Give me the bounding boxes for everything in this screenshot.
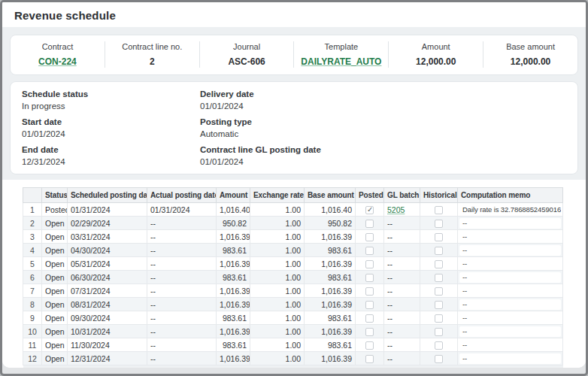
- status-cell: Open: [42, 271, 68, 284]
- contract-line-no-value: 2: [108, 56, 196, 67]
- historical-cell: [420, 230, 458, 244]
- posted-checkbox[interactable]: [365, 287, 374, 296]
- posted-checkbox[interactable]: [365, 233, 374, 241]
- historical-checkbox[interactable]: [435, 287, 443, 296]
- base-amount-cell: 1,016.39: [305, 257, 356, 271]
- computation-memo-field[interactable]: --: [459, 326, 561, 337]
- table-row: 9Open09/30/2024--983.611.00983.61----: [23, 311, 563, 325]
- base-amount-value: 12,000.00: [486, 56, 574, 67]
- contract-line-no-label: Contract line no.: [108, 42, 196, 52]
- amount-cell: 1,016.39: [217, 298, 250, 311]
- total-row-spacer: [23, 365, 42, 368]
- scheduled-posting-date-cell: 09/30/2024: [68, 311, 147, 325]
- posted-checkbox[interactable]: [365, 355, 374, 363]
- posted-checkbox[interactable]: [365, 274, 374, 282]
- historical-checkbox[interactable]: [435, 260, 443, 268]
- column-header: Exchange rate: [250, 188, 305, 203]
- summary-field-base-amount: Base amount 12,000.00: [483, 41, 577, 68]
- status-cell: Open: [42, 217, 68, 230]
- posted-checkbox[interactable]: [365, 206, 374, 214]
- amount-cell: 983.61: [217, 244, 250, 257]
- title-bar: Revenue schedule: [2, 2, 586, 27]
- column-header: Actual posting date: [147, 188, 217, 203]
- column-header: Historical: [420, 188, 458, 203]
- base-amount-cell: 983.61: [305, 338, 356, 352]
- actual-posting-date-cell: --: [147, 284, 217, 298]
- table-total-row: Total12,000.0012,000.00: [23, 365, 563, 368]
- posted-checkbox[interactable]: [365, 341, 374, 350]
- historical-checkbox[interactable]: [435, 247, 443, 255]
- exchange-rate-cell: 1.00: [250, 352, 305, 365]
- posted-checkbox[interactable]: [365, 314, 374, 323]
- column-header: Amount: [217, 188, 250, 203]
- gl-batch-cell: 5205: [384, 203, 420, 217]
- historical-checkbox[interactable]: [435, 341, 443, 350]
- historical-checkbox[interactable]: [435, 274, 443, 282]
- computation-memo-field[interactable]: Daily rate is 32.78688524590163.: [459, 205, 561, 215]
- posted-cell: [356, 203, 384, 217]
- computation-memo-field[interactable]: --: [459, 286, 561, 296]
- historical-cell: [420, 217, 458, 230]
- table-row: 1Posted01/31/202401/31/20241,016.401.001…: [23, 203, 563, 217]
- scheduled-posting-date-cell: 10/31/2024: [68, 325, 147, 338]
- historical-cell: [420, 257, 458, 271]
- historical-checkbox[interactable]: [435, 301, 443, 309]
- table-header-row: StatusScheduled posting dateActual posti…: [23, 188, 563, 203]
- status-cell: Open: [42, 325, 68, 338]
- posted-checkbox[interactable]: [365, 260, 374, 268]
- column-header: Status: [42, 188, 68, 203]
- table-row: 3Open03/31/2024--1,016.391.001,016.39---…: [23, 230, 563, 244]
- historical-checkbox[interactable]: [435, 220, 443, 228]
- gl-batch-cell: --: [384, 298, 420, 311]
- actual-posting-date-cell: --: [147, 298, 217, 311]
- computation-memo-field[interactable]: --: [459, 340, 561, 350]
- historical-checkbox[interactable]: [435, 206, 443, 214]
- gl-batch-link[interactable]: 5205: [387, 205, 405, 214]
- amount-value: 12,000.00: [392, 56, 480, 67]
- computation-memo-field[interactable]: --: [459, 218, 561, 229]
- template-link[interactable]: DAILYRATE_AUTO: [301, 56, 381, 67]
- posted-checkbox[interactable]: [365, 328, 374, 336]
- field-start-date: Start date 01/01/2024: [22, 117, 200, 139]
- computation-memo-cell: --: [458, 311, 563, 325]
- table-row: 8Open08/31/2024--1,016.391.001,016.39---…: [23, 298, 563, 311]
- posted-cell: [356, 338, 384, 352]
- amount-cell: 1,016.40: [217, 203, 250, 217]
- status-cell: Open: [42, 311, 68, 325]
- historical-checkbox[interactable]: [435, 314, 443, 323]
- posted-checkbox[interactable]: [365, 247, 374, 255]
- status-cell: Open: [42, 298, 68, 311]
- summary-field-contract-line-no: Contract line no. 2: [105, 41, 199, 68]
- computation-memo-cell: --: [458, 338, 563, 352]
- details-left-column: Schedule status In progress Start date 0…: [22, 89, 200, 172]
- contract-link[interactable]: CON-224: [38, 56, 77, 67]
- row-number: 1: [23, 203, 42, 217]
- posted-checkbox[interactable]: [365, 301, 374, 309]
- computation-memo-field[interactable]: --: [459, 232, 561, 242]
- actual-posting-date-cell: --: [147, 338, 217, 352]
- computation-memo-cell: --: [458, 271, 563, 284]
- computation-memo-cell: --: [458, 325, 563, 338]
- computation-memo-field[interactable]: --: [459, 299, 561, 310]
- row-number: 9: [23, 311, 42, 325]
- total-spacer: [458, 365, 563, 368]
- computation-memo-field[interactable]: --: [459, 245, 561, 256]
- amount-cell: 1,016.39: [217, 352, 250, 365]
- posted-cell: [356, 271, 384, 284]
- historical-checkbox[interactable]: [435, 355, 443, 363]
- historical-checkbox[interactable]: [435, 233, 443, 241]
- gl-batch-cell: --: [384, 217, 420, 230]
- contract-label: Contract: [14, 42, 102, 52]
- field-posting-type: Posting type Automatic: [200, 117, 566, 139]
- table-row: 2Open02/29/2024--950.821.00950.82----: [23, 217, 563, 230]
- summary-field-amount: Amount 12,000.00: [388, 41, 483, 68]
- computation-memo-field[interactable]: --: [459, 353, 561, 364]
- row-number: 12: [23, 352, 42, 365]
- posted-cell: [356, 257, 384, 271]
- computation-memo-field[interactable]: --: [459, 272, 561, 283]
- posted-checkbox[interactable]: [365, 220, 374, 228]
- computation-memo-field[interactable]: --: [459, 259, 561, 269]
- historical-checkbox[interactable]: [435, 328, 443, 336]
- computation-memo-field[interactable]: --: [459, 313, 561, 323]
- field-schedule-status: Schedule status In progress: [22, 89, 200, 111]
